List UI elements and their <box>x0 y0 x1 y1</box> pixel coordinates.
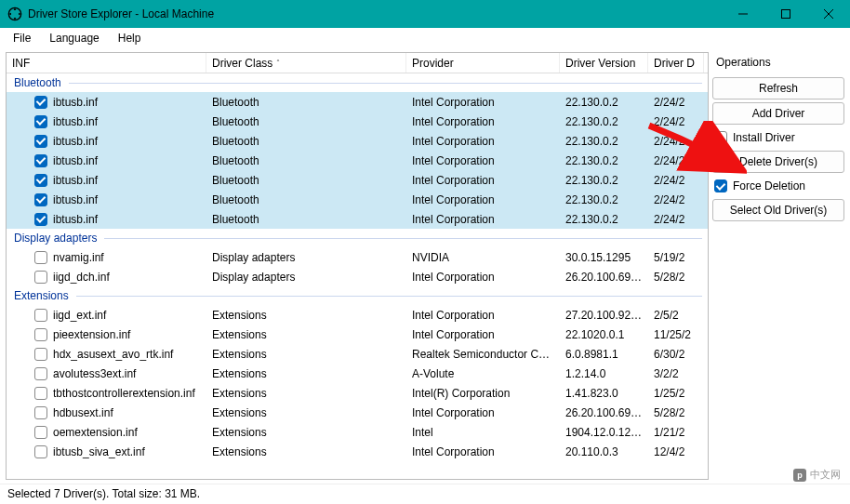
cell-class: Bluetooth <box>206 213 406 226</box>
cell-version: 22.130.0.2 <box>560 115 648 128</box>
row-checkbox[interactable] <box>34 96 47 109</box>
table-row[interactable]: ibtusb.infBluetoothIntel Corporation22.1… <box>7 112 708 131</box>
cell-version: 6.0.8981.1 <box>560 348 648 361</box>
cell-inf: hdx_asusext_avo_rtk.inf <box>53 348 173 361</box>
row-checkbox[interactable] <box>34 115 47 128</box>
row-checkbox[interactable] <box>34 328 47 341</box>
group-name: Display adapters <box>14 232 97 245</box>
delete-drivers-button[interactable]: Delete Driver(s) <box>712 151 844 173</box>
row-checkbox[interactable] <box>34 309 47 322</box>
cell-class: Extensions <box>206 426 406 439</box>
sort-indicator-icon: ˄ <box>276 59 280 67</box>
refresh-button[interactable]: Refresh <box>712 77 844 99</box>
row-checkbox[interactable] <box>34 348 47 361</box>
cell-inf: ibtusb.inf <box>53 135 98 148</box>
row-checkbox[interactable] <box>34 445 47 458</box>
col-class[interactable]: Driver Class ˄ <box>206 53 406 73</box>
table-row[interactable]: iigd_ext.infExtensionsIntel Corporation2… <box>7 305 708 325</box>
table-row[interactable]: iigd_dch.infDisplay adaptersIntel Corpor… <box>7 267 708 286</box>
table-row[interactable]: nvamig.infDisplay adaptersNVIDIA30.0.15.… <box>7 247 708 267</box>
table-row[interactable]: tbthostcontrollerextension.infExtensions… <box>7 383 708 403</box>
row-checkbox[interactable] <box>34 135 47 148</box>
cell-inf: hdbusext.inf <box>53 406 113 419</box>
cell-date: 1/21/2 <box>648 426 704 439</box>
group-header[interactable]: Display adapters <box>7 229 708 247</box>
cell-inf: iigd_dch.inf <box>53 271 110 284</box>
col-version[interactable]: Driver Version <box>560 53 648 73</box>
group-line <box>69 83 702 84</box>
table-row[interactable]: pieextension.infExtensionsIntel Corporat… <box>7 325 708 344</box>
cell-class: Extensions <box>206 328 406 341</box>
row-checkbox[interactable] <box>34 367 47 380</box>
group-header[interactable]: Extensions <box>7 286 708 305</box>
select-old-drivers-button[interactable]: Select Old Driver(s) <box>712 199 844 221</box>
row-checkbox[interactable] <box>34 174 47 187</box>
cell-inf: pieextension.inf <box>53 328 130 341</box>
cell-version: 1.41.823.0 <box>560 387 648 400</box>
row-checkbox[interactable] <box>34 387 47 400</box>
close-button[interactable] <box>807 0 850 28</box>
cell-version: 30.0.15.1295 <box>560 251 648 264</box>
table-row[interactable]: hdx_asusext_avo_rtk.infExtensionsRealtek… <box>7 344 708 364</box>
cell-version: 22.130.0.2 <box>560 154 648 167</box>
list-body[interactable]: Bluetoothibtusb.infBluetoothIntel Corpor… <box>7 73 708 479</box>
table-row[interactable]: avolutess3ext.infExtensionsA-Volute1.2.1… <box>7 364 708 383</box>
cell-date: 2/24/2 <box>648 213 704 226</box>
menu-file[interactable]: File <box>4 30 40 46</box>
group-header[interactable]: Bluetooth <box>7 73 708 92</box>
group-name: Bluetooth <box>14 76 61 89</box>
cell-inf: ibtusb.inf <box>53 193 98 206</box>
cell-version: 22.130.0.2 <box>560 193 648 206</box>
cell-date: 3/2/2 <box>648 367 704 380</box>
add-driver-button[interactable]: Add Driver <box>712 102 844 125</box>
minimize-button[interactable] <box>722 0 764 28</box>
menu-language[interactable]: Language <box>40 30 108 46</box>
cell-provider: Intel Corporation <box>406 96 560 109</box>
cell-class: Extensions <box>206 406 406 419</box>
cell-inf: nvamig.inf <box>53 251 104 264</box>
table-row[interactable]: ibtusb.infBluetoothIntel Corporation22.1… <box>7 131 708 151</box>
checkbox-icon <box>714 179 727 192</box>
menu-help[interactable]: Help <box>109 30 151 46</box>
row-checkbox[interactable] <box>34 251 47 264</box>
table-row[interactable]: ibtusb.infBluetoothIntel Corporation22.1… <box>7 190 708 209</box>
cell-class: Bluetooth <box>206 96 406 109</box>
row-checkbox[interactable] <box>34 406 47 419</box>
row-checkbox[interactable] <box>34 426 47 439</box>
cell-date: 2/24/2 <box>648 135 704 148</box>
row-checkbox[interactable] <box>34 213 47 226</box>
table-row[interactable]: oemextension.infExtensionsIntel1904.12.0… <box>7 422 708 442</box>
cell-date: 12/4/2 <box>648 445 704 458</box>
cell-date: 11/25/2 <box>648 328 704 341</box>
cell-date: 2/24/2 <box>648 174 704 187</box>
table-row[interactable]: ibtusb_siva_ext.infExtensionsIntel Corpo… <box>7 442 708 461</box>
col-date[interactable]: Driver D <box>648 53 704 73</box>
install-driver-checkbox[interactable]: Install Driver <box>712 127 844 148</box>
column-headers: INF Driver Class ˄ Provider Driver Versi… <box>7 53 708 73</box>
group-name: Extensions <box>14 289 69 302</box>
cell-provider: Intel Corporation <box>406 135 560 148</box>
cell-version: 20.110.0.3 <box>560 445 648 458</box>
table-row[interactable]: ibtusb.infBluetoothIntel Corporation22.1… <box>7 170 708 190</box>
cell-class: Extensions <box>206 387 406 400</box>
cell-class: Extensions <box>206 348 406 361</box>
cell-date: 2/24/2 <box>648 115 704 128</box>
row-checkbox[interactable] <box>34 154 47 167</box>
window-title: Driver Store Explorer - Local Machine <box>28 7 722 20</box>
table-row[interactable]: hdbusext.infExtensionsIntel Corporation2… <box>7 403 708 422</box>
maximize-button[interactable] <box>764 0 807 28</box>
cell-inf: ibtusb.inf <box>53 154 98 167</box>
cell-class: Extensions <box>206 445 406 458</box>
table-row[interactable]: ibtusb.infBluetoothIntel Corporation22.1… <box>7 92 708 112</box>
col-class-label: Driver Class <box>212 57 272 70</box>
table-row[interactable]: ibtusb.infBluetoothIntel Corporation22.1… <box>7 151 708 170</box>
cell-date: 5/28/2 <box>648 406 704 419</box>
force-deletion-checkbox[interactable]: Force Deletion <box>712 176 844 196</box>
cell-provider: A-Volute <box>406 367 560 380</box>
col-inf[interactable]: INF <box>7 53 206 73</box>
row-checkbox[interactable] <box>34 271 47 284</box>
cell-version: 22.130.0.2 <box>560 213 648 226</box>
col-provider[interactable]: Provider <box>406 53 560 73</box>
row-checkbox[interactable] <box>34 193 47 206</box>
table-row[interactable]: ibtusb.infBluetoothIntel Corporation22.1… <box>7 209 708 229</box>
